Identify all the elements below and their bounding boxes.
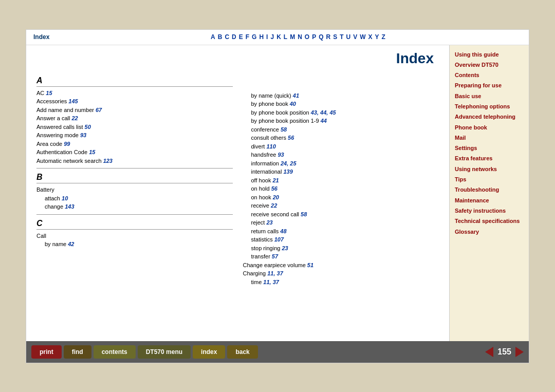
alpha-link-t[interactable]: T	[340, 33, 343, 41]
nav-index-label: Index	[33, 33, 59, 41]
alpha-link-i[interactable]: I	[266, 33, 268, 41]
bottom-toolbar: print find contents DT570 menu index bac…	[26, 341, 529, 363]
alpha-link-k[interactable]: K	[276, 33, 281, 41]
entry-international: international 139	[243, 167, 439, 176]
entry-consult-others: consult others 56	[243, 134, 439, 142]
page-num-area: 155	[485, 347, 524, 357]
section-a-header: A	[36, 76, 233, 87]
alpha-link-y[interactable]: Y	[375, 33, 379, 41]
prev-page-arrow[interactable]	[485, 347, 493, 357]
alpha-links: ABCDEFGHIJKLMNOPQRSTUVWXYZ	[75, 33, 522, 41]
sidebar-item-contents[interactable]: Contents	[455, 70, 524, 80]
alpha-link-s[interactable]: S	[333, 33, 337, 41]
alpha-link-f[interactable]: F	[246, 33, 249, 41]
entry-by-pb-position: by phone book position 43, 44, 45	[243, 108, 439, 117]
find-button[interactable]: find	[64, 345, 91, 359]
alpha-link-m[interactable]: M	[290, 33, 295, 41]
sidebar-item-using-guide[interactable]: Using this guide	[455, 49, 524, 60]
entry-auto-network: Automatic network search 123	[36, 157, 233, 165]
main-content: Index A AC 15 Accessories 145 Add name a…	[26, 45, 529, 341]
entry-call: Call	[36, 232, 233, 240]
print-button[interactable]: print	[31, 345, 62, 359]
entry-information: information 24, 25	[243, 159, 439, 168]
alpha-link-n[interactable]: N	[298, 33, 302, 41]
sidebar-item-technical[interactable]: Technical specifications	[455, 216, 524, 226]
entry-battery-change: change 143	[36, 202, 233, 211]
outer-wrapper: Index ABCDEFGHIJKLMNOPQRSTUVWXYZ Index A…	[0, 0, 555, 392]
entry-reject: reject 23	[243, 218, 439, 227]
sidebar-item-phone-book[interactable]: Phone book	[455, 122, 524, 133]
section-b-header: B	[36, 173, 233, 183]
sidebar-item-basic-use[interactable]: Basic use	[455, 91, 524, 101]
back-button[interactable]: back	[227, 345, 257, 359]
entry-charging-time: time 11, 37	[243, 278, 439, 287]
entry-receive: receive 22	[243, 201, 439, 210]
entry-stop-ringing: stop ringing 23	[243, 244, 439, 253]
alpha-link-h[interactable]: H	[259, 33, 264, 41]
top-nav: Index ABCDEFGHIJKLMNOPQRSTUVWXYZ	[26, 30, 529, 45]
entry-by-name-quick: by name (quick) 41	[243, 91, 439, 100]
alpha-link-w[interactable]: W	[360, 33, 365, 41]
col-right: by name (quick) 41 by phone book 40 by p…	[243, 72, 439, 287]
alpha-link-q[interactable]: Q	[319, 33, 323, 41]
two-col-layout: A AC 15 Accessories 145 Add name and num…	[36, 72, 439, 287]
entry-conference: conference 58	[243, 125, 439, 134]
entry-by-phone-book: by phone book 40	[243, 100, 439, 108]
entry-ac: AC 15	[36, 89, 233, 98]
alpha-link-r[interactable]: R	[326, 33, 331, 41]
entry-accessories: Accessories 145	[36, 97, 233, 106]
menu-button[interactable]: DT570 menu	[138, 345, 191, 359]
alpha-link-p[interactable]: P	[312, 33, 316, 41]
alpha-link-z[interactable]: Z	[382, 33, 385, 41]
sidebar-item-tips[interactable]: Tips	[455, 174, 524, 184]
sidebar-item-settings[interactable]: Settings	[455, 143, 524, 153]
entry-answered-calls: Answered calls list 50	[36, 123, 233, 132]
sidebar-item-troubleshooting[interactable]: Troubleshooting	[455, 184, 524, 195]
alpha-link-a[interactable]: A	[211, 33, 215, 41]
content-panel: Index A AC 15 Accessories 145 Add name a…	[26, 45, 449, 341]
entry-battery: Battery	[36, 185, 233, 194]
entry-divert: divert 110	[243, 142, 439, 151]
entry-return-calls: return calls 48	[243, 227, 439, 236]
alpha-link-l[interactable]: L	[284, 33, 287, 41]
page-container: Index ABCDEFGHIJKLMNOPQRSTUVWXYZ Index A…	[26, 29, 529, 363]
alpha-link-c[interactable]: C	[225, 33, 229, 41]
alpha-link-u[interactable]: U	[346, 33, 351, 41]
alpha-link-e[interactable]: E	[239, 33, 243, 41]
entry-charging: Charging 11, 37	[243, 269, 439, 278]
sidebar-item-telephoning[interactable]: Telephoning options	[455, 101, 524, 111]
alpha-link-x[interactable]: X	[368, 33, 373, 41]
sidebar-item-safety[interactable]: Safety instructions	[455, 206, 524, 216]
sidebar-item-networks[interactable]: Using networks	[455, 164, 524, 174]
alpha-link-d[interactable]: D	[232, 33, 236, 41]
alpha-link-o[interactable]: O	[305, 33, 309, 41]
sidebar-item-preparing[interactable]: Preparing for use	[455, 80, 524, 90]
next-page-arrow[interactable]	[515, 347, 524, 357]
sidebar-item-extra[interactable]: Extra features	[455, 153, 524, 163]
entry-auth-code: Authentication Code 15	[36, 148, 233, 157]
entry-area-code: Area code 99	[36, 140, 233, 148]
sidebar-item-mail[interactable]: Mail	[455, 133, 524, 143]
sidebar-item-advanced[interactable]: Advanced telephoning	[455, 111, 524, 122]
alpha-link-v[interactable]: V	[353, 33, 357, 41]
entry-on-hook: on hook 20	[243, 193, 439, 202]
entry-answer-call: Answer a call 22	[36, 114, 233, 123]
alpha-link-b[interactable]: B	[218, 33, 223, 41]
sidebar-item-glossary[interactable]: Glossary	[455, 227, 524, 237]
alpha-link-g[interactable]: G	[252, 33, 256, 41]
sidebar-item-maintenance[interactable]: Maintenance	[455, 195, 524, 206]
index-button[interactable]: index	[193, 345, 225, 359]
sidebar-item-overview[interactable]: Overview DT570	[455, 60, 524, 70]
entry-change-earpiece: Change earpiece volume 51	[243, 261, 439, 270]
entry-statistics: statistics 107	[243, 235, 439, 244]
entry-receive-second: receive second call 58	[243, 210, 439, 219]
entry-call-by-name: by name 42	[36, 240, 233, 249]
contents-button[interactable]: contents	[94, 345, 136, 359]
entry-handsfree: handsfree 93	[243, 151, 439, 159]
page-title: Index	[36, 50, 439, 67]
entry-add-name: Add name and number 67	[36, 106, 233, 115]
entry-transfer: transfer 57	[243, 252, 439, 261]
entry-by-pb-pos-1-9: by phone book position 1-9 44	[243, 117, 439, 125]
alpha-link-j[interactable]: J	[270, 33, 274, 41]
entry-battery-attach: attach 10	[36, 194, 233, 203]
